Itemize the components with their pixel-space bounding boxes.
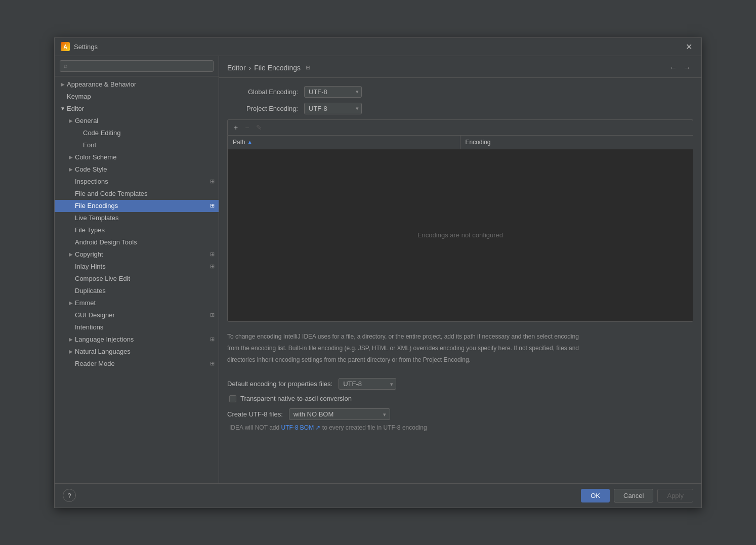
sidebar-item-code-editing[interactable]: ▶ Code Editing [55, 127, 219, 139]
global-encoding-label: Global Encoding: [227, 88, 298, 96]
main-content: ⌕ ▶ Appearance & Behavior ▶ Keymap ▼ [55, 56, 701, 483]
settings-icon-gui-designer: ⊞ [210, 312, 215, 318]
sidebar-item-file-code-templates[interactable]: ▶ File and Code Templates [55, 188, 219, 200]
encoding-column-header: Encoding [460, 136, 693, 149]
sidebar-item-natural-languages[interactable]: ▶ Natural Languages [55, 346, 219, 358]
arrow-copyright: ▶ [67, 250, 75, 259]
sidebar-item-intentions[interactable]: ▶ Intentions [55, 321, 219, 333]
arrow-appearance: ▶ [59, 80, 67, 89]
encoding-header-label: Encoding [466, 139, 491, 146]
dialog-footer: ? OK Cancel Apply [55, 483, 701, 508]
idea-note-link[interactable]: UTF-8 BOM ↗ [281, 424, 320, 431]
nav-arrows: ← → [667, 62, 693, 73]
global-encoding-select-wrapper: UTF-8 UTF-16 ISO-8859-1 US-ASCII windows… [304, 86, 362, 98]
add-encoding-button[interactable]: + [231, 122, 241, 133]
edit-encoding-button[interactable]: ✎ [253, 122, 265, 133]
default-encoding-select[interactable]: UTF-8 UTF-16 ISO-8859-1 US-ASCII windows… [339, 378, 396, 390]
close-button[interactable]: ✕ [683, 41, 695, 53]
nav-forward-button[interactable]: → [681, 62, 693, 73]
encoding-table: Path ▲ Encoding Encodings are not config… [227, 135, 693, 322]
sidebar-item-copyright[interactable]: ▶ Copyright ⊞ [55, 248, 219, 261]
sidebar-item-inspections[interactable]: ▶ Inspections ⊞ [55, 176, 219, 188]
label-intentions: Intentions [75, 323, 215, 331]
sidebar: ⌕ ▶ Appearance & Behavior ▶ Keymap ▼ [55, 56, 219, 483]
info-text-3: directories inherit encoding settings fr… [227, 355, 693, 365]
cancel-button[interactable]: Cancel [614, 489, 653, 502]
sidebar-item-language-injections[interactable]: ▶ Language Injections ⊞ [55, 333, 219, 346]
label-appearance: Appearance & Behavior [67, 80, 215, 88]
help-button[interactable]: ? [63, 489, 76, 502]
sidebar-tree: ▶ Appearance & Behavior ▶ Keymap ▼ Edito… [55, 76, 219, 483]
create-utf8-label: Create UTF-8 files: [227, 410, 283, 418]
idea-note-prefix: IDEA will NOT add [229, 424, 281, 431]
default-encoding-label: Default encoding for properties files: [227, 380, 332, 388]
sidebar-item-android-design-tools[interactable]: ▶ Android Design Tools [55, 236, 219, 248]
path-column-header: Path ▲ [228, 136, 460, 149]
search-icon: ⌕ [64, 62, 67, 69]
sidebar-item-color-scheme[interactable]: ▶ Color Scheme [55, 151, 219, 163]
sidebar-item-code-style[interactable]: ▶ Code Style [55, 163, 219, 176]
remove-encoding-button[interactable]: − [242, 122, 252, 133]
sidebar-item-general[interactable]: ▶ General [55, 115, 219, 127]
label-code-style: Code Style [75, 165, 215, 173]
sidebar-item-compose-live-edit[interactable]: ▶ Compose Live Edit [55, 273, 219, 285]
footer-buttons: OK Cancel Apply [581, 489, 693, 502]
sidebar-item-file-types[interactable]: ▶ File Types [55, 224, 219, 236]
sidebar-item-emmet[interactable]: ▶ Emmet [55, 297, 219, 309]
sidebar-item-keymap[interactable]: ▶ Keymap [55, 91, 219, 103]
sidebar-item-font[interactable]: ▶ Font [55, 139, 219, 151]
sidebar-item-duplicates[interactable]: ▶ Duplicates [55, 285, 219, 297]
sidebar-item-reader-mode[interactable]: ▶ Reader Mode ⊞ [55, 358, 219, 370]
label-duplicates: Duplicates [75, 287, 215, 295]
arrow-general: ▶ [67, 117, 75, 125]
ok-button[interactable]: OK [581, 489, 610, 502]
transparent-label[interactable]: Transparent native-to-ascii conversion [240, 395, 352, 402]
arrow-color-scheme: ▶ [67, 153, 75, 161]
label-android-design-tools: Android Design Tools [75, 238, 215, 246]
label-gui-designer: GUI Designer [75, 311, 210, 319]
idea-note-suffix: to every created file in UTF-8 encoding [320, 424, 427, 431]
default-encoding-select-wrapper: UTF-8 UTF-16 ISO-8859-1 US-ASCII windows… [339, 378, 396, 390]
label-reader-mode: Reader Mode [75, 360, 210, 367]
sidebar-item-gui-designer[interactable]: ▶ GUI Designer ⊞ [55, 309, 219, 321]
sidebar-item-appearance[interactable]: ▶ Appearance & Behavior [55, 78, 219, 91]
settings-dialog: A Settings ✕ ⌕ ▶ Appearance & Behavior [54, 37, 702, 508]
arrow-natural-languages: ▶ [67, 348, 75, 356]
path-encoding-toolbar: + − ✎ [227, 119, 693, 135]
sidebar-item-live-templates[interactable]: ▶ Live Templates [55, 212, 219, 224]
create-utf8-select[interactable]: with NO BOM with BOM always add BOM [289, 408, 390, 420]
breadcrumb-parent: Editor [227, 64, 246, 72]
search-input[interactable] [70, 62, 209, 70]
bom-select-wrapper: with NO BOM with BOM always add BOM [289, 408, 390, 420]
info-text-1: To change encoding IntelliJ IDEA uses fo… [227, 332, 693, 342]
nav-back-button[interactable]: ← [667, 62, 679, 73]
search-wrapper[interactable]: ⌕ [60, 60, 214, 72]
sidebar-item-editor[interactable]: ▼ Editor [55, 103, 219, 115]
transparent-checkbox-row: Transparent native-to-ascii conversion [227, 395, 693, 402]
sidebar-item-inlay-hints[interactable]: ▶ Inlay Hints ⊞ [55, 261, 219, 273]
title-bar-left: A Settings [61, 42, 98, 51]
global-encoding-select[interactable]: UTF-8 UTF-16 ISO-8859-1 US-ASCII windows… [304, 86, 362, 98]
settings-icon-file-encodings: ⊞ [210, 202, 215, 209]
table-body: Encodings are not configured [228, 149, 693, 321]
arrow-emmet: ▶ [67, 299, 75, 307]
project-encoding-select-wrapper: UTF-8 UTF-16 ISO-8859-1 US-ASCII windows… [304, 103, 362, 114]
project-encoding-row: Project Encoding: UTF-8 UTF-16 ISO-8859-… [227, 103, 693, 114]
label-inspections: Inspections [75, 178, 210, 185]
label-general: General [75, 117, 215, 124]
project-encoding-select[interactable]: UTF-8 UTF-16 ISO-8859-1 US-ASCII windows… [304, 103, 362, 114]
label-file-encodings: File Encodings [75, 202, 210, 209]
sort-icon: ▲ [247, 139, 253, 145]
app-icon: A [61, 42, 70, 51]
search-box: ⌕ [55, 56, 219, 76]
content-body: Global Encoding: UTF-8 UTF-16 ISO-8859-1… [219, 78, 701, 483]
create-utf8-row: Create UTF-8 files: with NO BOM with BOM… [227, 408, 693, 420]
label-copyright: Copyright [75, 250, 210, 258]
label-compose-live-edit: Compose Live Edit [75, 275, 215, 282]
label-inlay-hints: Inlay Hints [75, 263, 210, 270]
apply-button[interactable]: Apply [657, 489, 693, 502]
sidebar-item-file-encodings[interactable]: ▶ File Encodings ⊞ [55, 200, 219, 212]
global-encoding-row: Global Encoding: UTF-8 UTF-16 ISO-8859-1… [227, 86, 693, 98]
breadcrumb-settings-icon: ⊞ [306, 64, 310, 71]
transparent-checkbox[interactable] [229, 395, 236, 402]
